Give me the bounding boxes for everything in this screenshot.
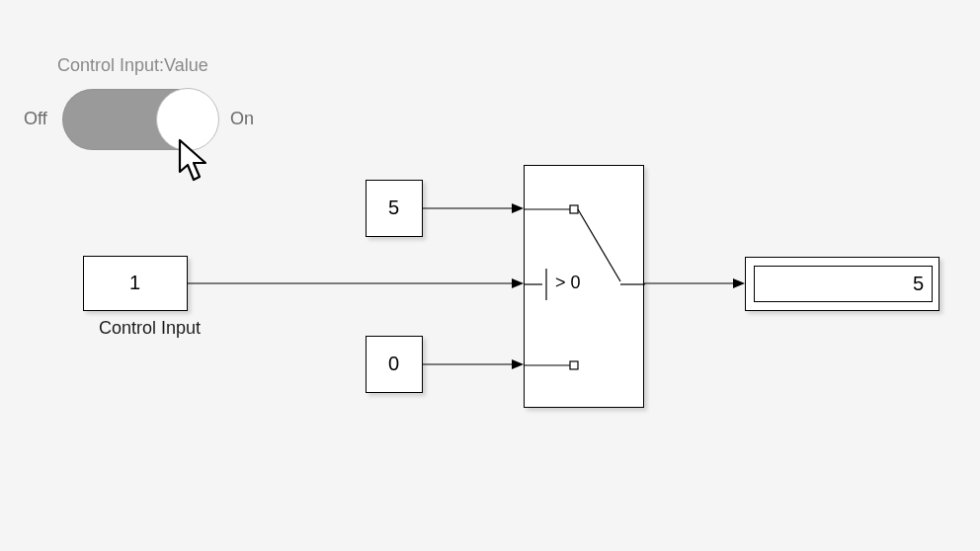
switch-block[interactable]: > 0 [524,165,644,408]
constant-block-top[interactable]: 5 [366,180,423,237]
constant-block-bottom[interactable]: 0 [366,336,423,393]
svg-marker-15 [733,278,745,288]
toggle-title: Control Input:Value [57,55,208,76]
constant-value: 5 [388,197,399,219]
display-inner: 5 [754,266,933,302]
svg-marker-11 [512,203,524,213]
cursor-icon [176,138,215,186]
constant-value: 0 [388,353,399,375]
svg-rect-1 [570,205,578,213]
constant-value: 1 [129,272,140,294]
switch-block-graphic [525,166,645,409]
toggle-on-label: On [230,109,254,129]
toggle-off-label: Off [24,109,47,129]
model-canvas: Control Input:Value Off On 1 Control Inp… [0,0,980,551]
display-value: 5 [913,273,924,295]
svg-marker-9 [512,278,524,288]
svg-line-6 [578,209,620,281]
constant-block-control-input-label: Control Input [99,318,201,339]
constant-block-control-input[interactable]: 1 [83,256,188,311]
display-block[interactable]: 5 [745,257,939,311]
svg-marker-13 [512,359,524,369]
switch-threshold-text: > 0 [555,273,581,293]
svg-rect-5 [570,361,578,369]
